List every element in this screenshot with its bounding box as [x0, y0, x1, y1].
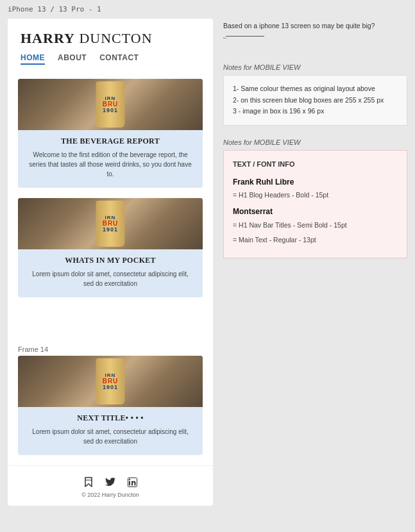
bookmark-icon[interactable]	[83, 476, 94, 488]
linkedin-icon[interactable]	[126, 476, 138, 488]
annotation-top-text: Based on a iphone 13 screen so may be qu…	[223, 21, 375, 31]
card-1-title: THE BEVERAGE REPORT	[27, 137, 194, 146]
blog-cards: IRN BRU 1901 THE BEVERAGE REPORT Welcome…	[8, 71, 213, 343]
card-2-title: WHATS IN MY POCKET	[27, 256, 194, 265]
nav-about[interactable]: ABOUT	[58, 53, 87, 65]
phone-frame: HARRY DUNCTON HOME ABOUT CONTACT IRN BRU…	[8, 19, 213, 506]
note-3: 3 - image in box is 196 x 96 px	[233, 106, 398, 117]
footer-copyright: © 2022 Harry Duncton	[21, 492, 200, 498]
card-3-wrapper: IRN BRU 1901 NEXT TITLE• • • • Lorem ips…	[8, 356, 213, 465]
card-2-text: Lorem ipsum dolor sit amet, consectetur …	[27, 269, 194, 288]
annotation-top: Based on a iphone 13 screen so may be qu…	[223, 21, 407, 31]
note-1: 1- Same colour themes as original layout…	[233, 83, 398, 95]
font-2-name: Montserrat	[233, 205, 398, 218]
card-1-body: THE BEVERAGE REPORT Welcome to the first…	[18, 130, 203, 188]
notes-box-1: 1- Same colour themes as original layout…	[223, 75, 407, 126]
card-3-image: IRN BRU 1901	[18, 356, 203, 407]
blog-card-2: IRN BRU 1901 WHATS IN MY POCKET Lorem ip…	[18, 198, 203, 297]
notes-section-2: Notes for MOBILE VIEW TEXT / FONT INFO F…	[223, 138, 407, 258]
blog-card-3: IRN BRU 1901 NEXT TITLE• • • • Lorem ips…	[18, 356, 203, 455]
card-3-body: NEXT TITLE• • • • Lorem ipsum dolor sit …	[18, 407, 203, 455]
right-panel: Based on a iphone 13 screen so may be qu…	[223, 19, 407, 506]
site-title: HARRY DUNCTON	[21, 30, 200, 47]
blog-card-1: IRN BRU 1901 THE BEVERAGE REPORT Welcome…	[18, 79, 203, 188]
nav-contact[interactable]: CONTACT	[99, 53, 139, 65]
notes-section-1: Notes for MOBILE VIEW 1- Same colour the…	[223, 63, 407, 126]
arrow-annotation: ←	[223, 36, 407, 37]
navigation: HOME ABOUT CONTACT	[21, 53, 200, 65]
site-header: HARRY DUNCTON HOME ABOUT CONTACT	[8, 19, 213, 71]
card-2-body: WHATS IN MY POCKET Lorem ipsum dolor sit…	[18, 249, 203, 297]
font-2-detail-1: = H1 Nav Bar Titles - Semi Bold - 15pt	[233, 220, 398, 231]
font-1-detail: = H1 Blog Headers - Bold - 15pt	[233, 190, 398, 201]
font-1-name: Frank Ruhl Libre	[233, 176, 398, 188]
nav-home[interactable]: HOME	[21, 53, 45, 65]
card-3-title: NEXT TITLE• • • •	[27, 413, 194, 423]
title-last: DUNCTON	[75, 30, 153, 46]
card-1-text: Welcome to the first edition of the beve…	[27, 150, 194, 179]
site-footer: © 2022 Harry Duncton	[8, 465, 213, 506]
notes-label-2: Notes for MOBILE VIEW	[223, 138, 407, 146]
card-2-image: IRN BRU 1901	[18, 198, 203, 249]
card-1-image: IRN BRU 1901	[18, 79, 203, 130]
twitter-icon[interactable]	[105, 476, 116, 488]
svg-rect-2	[129, 481, 130, 485]
font-2-detail-2: = Main Text - Regular - 13pt	[233, 235, 398, 246]
can-label: IRN BRU 1901	[103, 96, 119, 113]
title-first: HARRY	[21, 30, 75, 46]
note-2: 2- on this screen blue blog boxes are 25…	[233, 95, 398, 106]
font-section-label: TEXT / FONT INFO	[233, 158, 398, 170]
font-info-box: TEXT / FONT INFO Frank Ruhl Libre = H1 B…	[223, 150, 407, 258]
card-3-text: Lorem ipsum dolor sit amet, consectetur …	[27, 427, 194, 446]
svg-point-3	[128, 478, 130, 479]
can-label-2: IRN BRU 1901	[103, 215, 119, 233]
device-label: iPhone 13 / 13 Pro - 1	[0, 0, 415, 19]
can-label-3: IRN BRU 1901	[103, 373, 119, 390]
footer-icons	[21, 476, 200, 488]
notes-label-1: Notes for MOBILE VIEW	[223, 63, 407, 71]
frame-label: Frame 14	[8, 343, 213, 356]
